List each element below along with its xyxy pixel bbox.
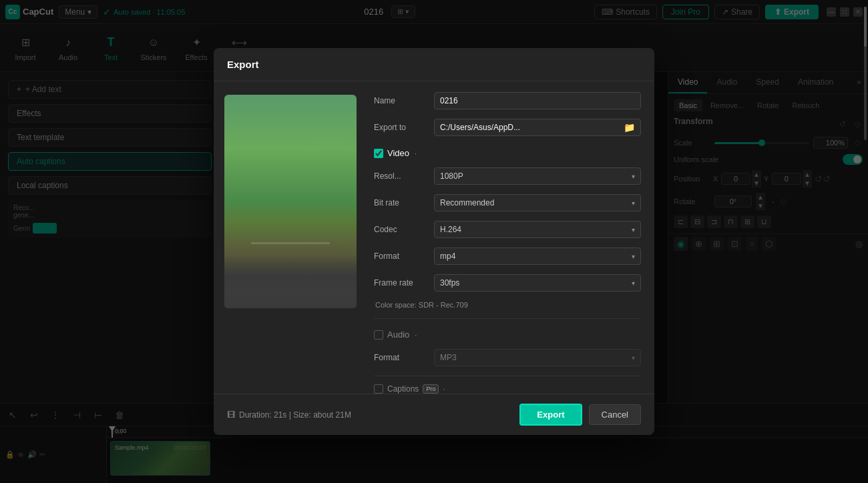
codec-arrow: ▾ (632, 226, 635, 233)
export-button[interactable]: Export (519, 404, 582, 426)
film-icon: 🎞 (227, 410, 235, 420)
video-preview-image (224, 95, 357, 308)
format-select[interactable]: mp4 ▾ (434, 248, 641, 265)
audio-checkbox[interactable] (374, 330, 383, 340)
modal-overlay: Export Name Export to (0, 0, 868, 483)
video-section-title: Video (387, 148, 409, 158)
modal-form: Name Export to 📁 Video · Resol... (367, 81, 654, 394)
resolution-label: Resol... (374, 171, 427, 181)
audio-section-more: · (415, 331, 417, 339)
export-to-label: Export to (374, 123, 427, 132)
name-input[interactable] (434, 92, 641, 109)
bitrate-arrow: ▾ (632, 199, 635, 207)
footer-info: 🎞 Duration: 21s | Size: about 21M (227, 410, 513, 420)
section-divider-2 (374, 376, 641, 376)
pro-badge: Pro (423, 384, 439, 394)
video-section-header: Video · (374, 145, 641, 158)
captions-row: Captions Pro · (374, 384, 641, 394)
resolution-select[interactable]: 1080P ▾ (434, 167, 641, 185)
modal-title: Export (227, 59, 259, 70)
export-path-field: 📁 (434, 119, 641, 136)
bitrate-row: Bit rate Recommended ▾ (374, 194, 641, 211)
resolution-row: Resol... 1080P ▾ (374, 167, 641, 185)
video-section-more: · (415, 149, 417, 157)
framerate-label: Frame rate (374, 278, 427, 288)
audio-section: Audio · Format MP3 ▾ (374, 327, 641, 366)
audio-format-label: Format (374, 353, 427, 362)
section-divider (374, 318, 641, 319)
codec-select[interactable]: H.264 ▾ (434, 221, 641, 238)
modal-body: Name Export to 📁 Video · Resol... (214, 81, 654, 394)
format-arrow: ▾ (632, 253, 635, 260)
format-row: Format mp4 ▾ (374, 248, 641, 265)
framerate-select[interactable]: 30fps ▾ (434, 274, 641, 292)
name-row: Name (374, 92, 641, 109)
audio-format-row: Format MP3 ▾ (374, 349, 641, 366)
audio-format-select[interactable]: MP3 ▾ (434, 349, 641, 366)
audio-format-arrow: ▾ (632, 354, 635, 362)
export-modal: Export Name Export to (214, 48, 654, 435)
codec-label: Codec (374, 225, 427, 234)
codec-row: Codec H.264 ▾ (374, 221, 641, 238)
modal-header: Export (214, 48, 654, 81)
export-path-input[interactable] (440, 119, 624, 135)
color-space-text: Color space: SDR - Rec.709 (374, 301, 641, 309)
modal-footer: 🎞 Duration: 21s | Size: about 21M Export… (214, 394, 654, 435)
folder-browse-button[interactable]: 📁 (624, 122, 635, 133)
format-label: Format (374, 252, 427, 261)
cancel-button[interactable]: Cancel (589, 404, 641, 425)
captions-more: · (443, 385, 445, 393)
bitrate-select[interactable]: Recommended ▾ (434, 194, 641, 211)
name-label: Name (374, 96, 427, 105)
captions-label: Captions (387, 384, 419, 394)
export-to-row: Export to 📁 (374, 119, 641, 136)
captions-checkbox[interactable] (374, 384, 383, 394)
footer-duration-size: Duration: 21s | Size: about 21M (239, 410, 351, 420)
resolution-arrow: ▾ (632, 173, 635, 180)
framerate-arrow: ▾ (632, 280, 635, 287)
audio-section-header: Audio · (374, 327, 641, 340)
bitrate-label: Bit rate (374, 198, 427, 207)
modal-preview-section (214, 81, 367, 394)
video-checkbox[interactable] (374, 149, 383, 158)
audio-section-title: Audio (387, 330, 409, 340)
framerate-row: Frame rate 30fps ▾ (374, 274, 641, 292)
